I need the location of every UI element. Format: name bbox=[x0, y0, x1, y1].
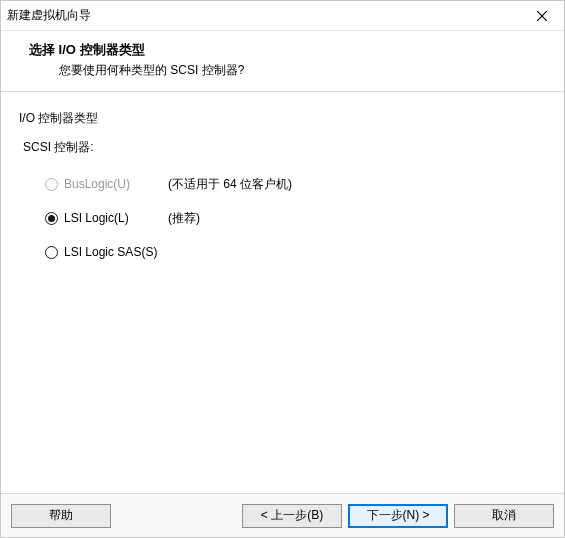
option-buslogic: BusLogic(U) (不适用于 64 位客户机) bbox=[45, 174, 546, 194]
option-label: BusLogic(U) bbox=[64, 177, 168, 191]
button-label: 帮助 bbox=[49, 507, 73, 524]
button-label: 取消 bbox=[492, 507, 516, 524]
page-title: 选择 I/O 控制器类型 bbox=[9, 41, 556, 59]
back-button[interactable]: < 上一步(B) bbox=[242, 504, 342, 528]
page-subtitle: 您要使用何种类型的 SCSI 控制器? bbox=[9, 62, 556, 79]
close-button[interactable] bbox=[520, 1, 564, 31]
close-icon bbox=[537, 11, 547, 21]
cancel-button[interactable]: 取消 bbox=[454, 504, 554, 528]
button-label: 下一步(N) > bbox=[367, 507, 430, 524]
option-lsi-logic-sas[interactable]: LSI Logic SAS(S) bbox=[45, 242, 546, 262]
io-controller-type-label: I/O 控制器类型 bbox=[19, 110, 546, 127]
radio-lsi-logic-sas[interactable] bbox=[45, 246, 58, 259]
window-title: 新建虚拟机向导 bbox=[7, 7, 520, 24]
radio-buslogic bbox=[45, 178, 58, 191]
option-label: LSI Logic SAS(S) bbox=[64, 245, 168, 259]
scsi-options: BusLogic(U) (不适用于 64 位客户机) LSI Logic(L) … bbox=[45, 174, 546, 262]
next-button[interactable]: 下一步(N) > bbox=[348, 504, 448, 528]
help-button[interactable]: 帮助 bbox=[11, 504, 111, 528]
option-label: LSI Logic(L) bbox=[64, 211, 168, 225]
scsi-controller-label: SCSI 控制器: bbox=[23, 139, 546, 156]
option-lsi-logic[interactable]: LSI Logic(L) (推荐) bbox=[45, 208, 546, 228]
wizard-header: 选择 I/O 控制器类型 您要使用何种类型的 SCSI 控制器? bbox=[1, 31, 564, 92]
wizard-window: 新建虚拟机向导 选择 I/O 控制器类型 您要使用何种类型的 SCSI 控制器?… bbox=[0, 0, 565, 538]
option-note: (不适用于 64 位客户机) bbox=[168, 176, 292, 193]
wizard-footer: 帮助 < 上一步(B) 下一步(N) > 取消 bbox=[1, 493, 564, 537]
titlebar: 新建虚拟机向导 bbox=[1, 1, 564, 31]
option-note: (推荐) bbox=[168, 210, 200, 227]
wizard-content: I/O 控制器类型 SCSI 控制器: BusLogic(U) (不适用于 64… bbox=[1, 92, 564, 493]
button-label: < 上一步(B) bbox=[261, 507, 323, 524]
radio-lsi-logic[interactable] bbox=[45, 212, 58, 225]
